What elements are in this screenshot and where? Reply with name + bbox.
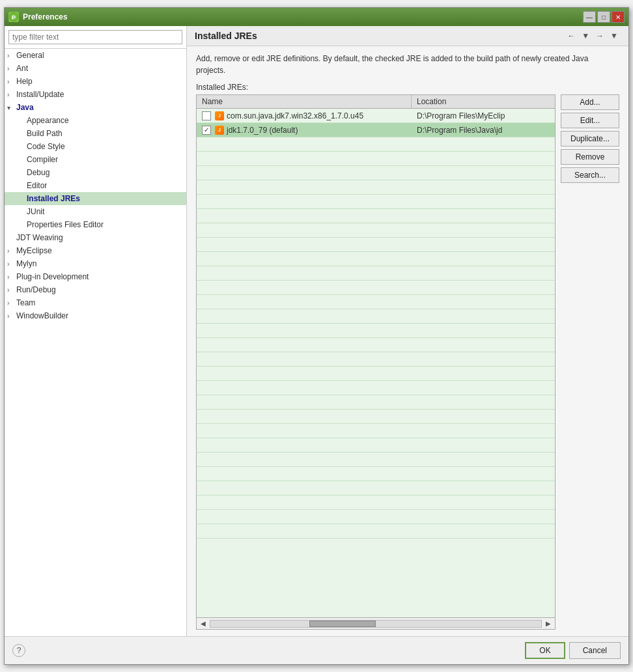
sidebar-item-help[interactable]: Help <box>5 75 186 88</box>
sidebar-label-code-style: Code Style <box>27 142 65 151</box>
minimize-button[interactable]: — <box>583 11 596 23</box>
sidebar-item-windowbuilder[interactable]: WindowBuilder <box>5 309 186 322</box>
sidebar-label-mylyn: Mylyn <box>16 259 36 268</box>
sidebar-item-run-debug[interactable]: Run/Debug <box>5 283 186 296</box>
bottom-buttons: OK Cancel <box>525 642 621 659</box>
title-buttons: — □ ✕ <box>583 11 625 23</box>
empty-row <box>197 496 555 510</box>
sidebar-label-editor: Editor <box>27 181 47 190</box>
sidebar-item-appearance[interactable]: Appearance <box>5 114 186 127</box>
sidebar-label-team: Team <box>16 298 35 307</box>
sidebar-item-java[interactable]: Java <box>5 101 186 114</box>
nav-forward-button[interactable]: → <box>593 30 606 42</box>
empty-row <box>197 367 555 381</box>
scroll-right-button[interactable]: ▶ <box>543 620 554 627</box>
empty-row <box>197 309 555 324</box>
jre-name-0: com.sun.java.jdk7.win32.x86_1.7.0.u45 <box>227 111 363 120</box>
sidebar-item-properties-files-editor[interactable]: Properties Files Editor <box>5 218 186 231</box>
sidebar-item-mylyn[interactable]: Mylyn <box>5 257 186 270</box>
title-bar-left: P Preferences <box>8 12 68 22</box>
sidebar-label-jdt-weaving: JDT Weaving <box>16 233 63 242</box>
nav-back-button[interactable]: ← <box>565 30 578 42</box>
th-location: Location <box>412 95 555 108</box>
table-row-selected[interactable]: J jdk1.7.0_79 (default) D:\Program Files… <box>197 123 555 137</box>
jre-icon-0: J <box>215 111 224 120</box>
side-buttons: Add... Edit... Duplicate... Remove Searc… <box>561 94 619 630</box>
arrow-java <box>7 104 16 111</box>
arrow-run-debug <box>7 287 16 294</box>
sidebar-label-build-path: Build Path <box>27 129 63 138</box>
scroll-left-button[interactable]: ◀ <box>198 620 208 627</box>
add-button[interactable]: Add... <box>561 94 619 110</box>
arrow-install-update <box>7 91 16 98</box>
arrow-ant <box>7 65 16 72</box>
panel-header: Installed JREs ← ▼ → ▼ <box>187 26 628 46</box>
sidebar-label-windowbuilder: WindowBuilder <box>16 311 68 320</box>
table-row[interactable]: J com.sun.java.jdk7.win32.x86_1.7.0.u45 … <box>197 109 555 123</box>
empty-row <box>197 324 555 338</box>
sidebar-label-run-debug: Run/Debug <box>16 285 56 294</box>
jre-icon-1: J <box>215 126 224 135</box>
table-header: Name Location <box>197 95 555 109</box>
sidebar-item-team[interactable]: Team <box>5 296 186 309</box>
window-content: General Ant Help <box>5 26 628 664</box>
filter-input[interactable] <box>8 30 182 44</box>
bottom-bar: ? OK Cancel <box>5 636 628 664</box>
checkbox-1[interactable] <box>202 126 211 135</box>
empty-row <box>197 510 555 524</box>
search-button[interactable]: Search... <box>561 167 619 183</box>
sidebar-item-install-update[interactable]: Install/Update <box>5 88 186 101</box>
sidebar-item-myeclipse[interactable]: MyEclipse <box>5 244 186 257</box>
svg-text:P: P <box>12 14 16 21</box>
close-button[interactable]: ✕ <box>612 11 625 23</box>
window-icon: P <box>8 12 19 22</box>
filter-input-wrap <box>5 26 186 49</box>
window-title: Preferences <box>23 12 68 21</box>
arrow-team <box>7 300 16 307</box>
td-name-0: J com.sun.java.jdk7.win32.x86_1.7.0.u45 <box>197 110 412 122</box>
empty-row <box>197 295 555 309</box>
sidebar-item-code-style[interactable]: Code Style <box>5 140 186 153</box>
installed-label: Installed JREs: <box>196 83 619 92</box>
tree-area: General Ant Help <box>5 49 186 636</box>
duplicate-button[interactable]: Duplicate... <box>561 131 619 147</box>
sidebar: General Ant Help <box>5 26 187 636</box>
empty-row <box>197 438 555 453</box>
empty-row <box>197 195 555 209</box>
edit-button[interactable]: Edit... <box>561 113 619 128</box>
arrow-windowbuilder <box>7 313 16 320</box>
scroll-track[interactable] <box>210 620 542 628</box>
sidebar-item-installed-jres[interactable]: Installed JREs <box>5 192 186 205</box>
sidebar-item-jdt-weaving[interactable]: JDT Weaving <box>5 231 186 244</box>
sidebar-item-junit[interactable]: JUnit <box>5 205 186 218</box>
sidebar-label-debug: Debug <box>27 168 49 177</box>
sidebar-item-general[interactable]: General <box>5 49 186 62</box>
empty-row <box>197 281 555 295</box>
arrow-plugin-development <box>7 273 16 281</box>
main-area: General Ant Help <box>5 26 628 636</box>
empty-row <box>197 209 555 223</box>
horizontal-scrollbar: ◀ ▶ <box>197 617 555 629</box>
empty-row <box>197 266 555 281</box>
help-icon[interactable]: ? <box>12 644 25 657</box>
arrow-help <box>7 78 16 85</box>
sidebar-item-compiler[interactable]: Compiler <box>5 153 186 166</box>
nav-back-dropdown-button[interactable]: ▼ <box>579 30 592 42</box>
cancel-button[interactable]: Cancel <box>569 642 621 659</box>
checkbox-0[interactable] <box>202 111 211 120</box>
ok-button[interactable]: OK <box>525 642 565 659</box>
maximize-button[interactable]: □ <box>597 11 610 23</box>
arrow-general <box>7 52 16 59</box>
right-panel: Installed JREs ← ▼ → ▼ Add, remove or ed… <box>187 26 628 636</box>
remove-button[interactable]: Remove <box>561 149 619 165</box>
sidebar-item-debug[interactable]: Debug <box>5 166 186 179</box>
scroll-thumb <box>309 621 376 627</box>
sidebar-item-build-path[interactable]: Build Path <box>5 127 186 140</box>
sidebar-item-editor[interactable]: Editor <box>5 179 186 192</box>
panel-title: Installed JREs <box>195 31 257 41</box>
td-location-1: D:\Program Files\Java\jd <box>412 124 555 136</box>
sidebar-label-compiler: Compiler <box>27 155 58 164</box>
sidebar-item-plugin-development[interactable]: Plug-in Development <box>5 270 186 283</box>
nav-forward-dropdown-button[interactable]: ▼ <box>608 30 621 42</box>
sidebar-item-ant[interactable]: Ant <box>5 62 186 75</box>
